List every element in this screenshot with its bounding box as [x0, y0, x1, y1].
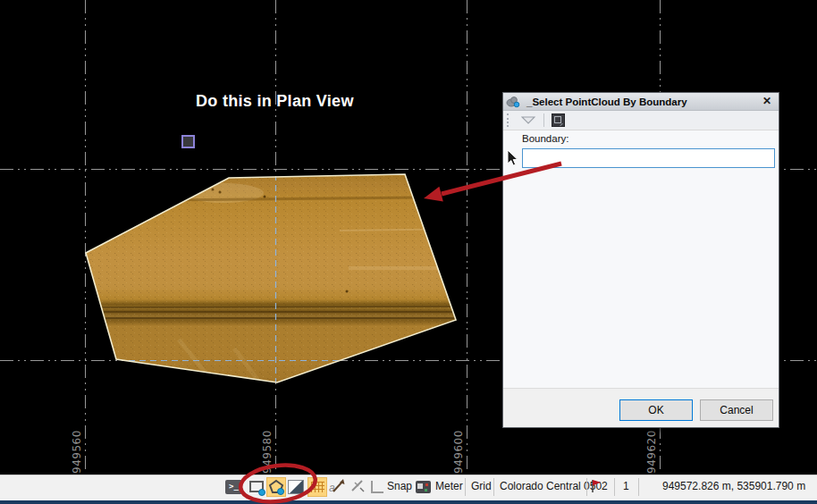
coordinates-readout: 949572.826 m, 535901.790 m — [662, 480, 805, 492]
toolbar-separator — [543, 113, 544, 127]
acs-plane-icon[interactable] — [350, 478, 366, 494]
unit-field[interactable]: Meter — [435, 480, 463, 492]
annotation-scale-icon[interactable]: a — [329, 478, 346, 494]
dialog-toolbar — [503, 111, 779, 130]
snap-mode-icon[interactable] — [416, 481, 431, 493]
drag-handle[interactable] — [507, 113, 511, 127]
axis-label: 949600 — [452, 409, 465, 474]
fence-shape-icon[interactable] — [266, 477, 286, 497]
ok-button[interactable]: OK — [619, 399, 693, 421]
grid-lock-icon[interactable] — [307, 477, 327, 497]
dropdown-triangle-icon[interactable] — [521, 116, 535, 124]
application-window: Do this in Plan View 949560 949580 94960… — [0, 0, 817, 504]
keyin-icon[interactable]: >_ — [225, 480, 242, 494]
selection-handle[interactable] — [182, 136, 194, 147]
select-pointcloud-dialog: _Select PointCloud By Boundary ✕ Boundar… — [502, 92, 779, 428]
pointcloud-polygon[interactable] — [86, 174, 465, 384]
boundary-input[interactable] — [522, 148, 775, 168]
dialog-titlebar[interactable]: _Select PointCloud By Boundary ✕ — [503, 93, 779, 111]
fence-block-icon[interactable] — [247, 477, 266, 497]
cancel-button[interactable]: Cancel — [700, 399, 773, 421]
panel-icon[interactable] — [552, 113, 565, 127]
view-number-field[interactable]: 1 — [623, 480, 629, 492]
flag-icon[interactable] — [590, 478, 602, 497]
snap-label[interactable]: Snap — [387, 480, 412, 492]
grid-field[interactable]: Grid — [471, 480, 492, 492]
window-bottom-edge — [0, 500, 817, 504]
perpendicular-icon[interactable] — [371, 481, 383, 493]
axis-label: 949580 — [261, 409, 274, 474]
dialog-title: _Select PointCloud By Boundary — [526, 97, 687, 107]
pointer-cursor-icon — [506, 149, 518, 167]
dialog-footer: OK Cancel — [503, 388, 779, 427]
boundary-label: Boundary: — [522, 133, 569, 144]
instruction-text: Do this in Plan View — [196, 92, 354, 111]
pointcloud-icon — [506, 96, 521, 108]
fill-mode-icon[interactable] — [288, 480, 304, 494]
close-icon[interactable]: ✕ — [762, 94, 771, 109]
axis-label: 949560 — [71, 409, 83, 474]
